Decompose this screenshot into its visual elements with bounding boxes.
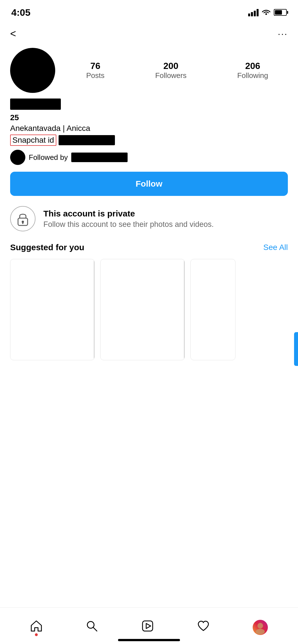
followed-by: Followed by: [10, 150, 288, 165]
nav-profile[interactable]: [253, 620, 268, 635]
snapchat-id-redacted: [59, 135, 115, 145]
private-account-notice: This account is private Follow this acco…: [0, 206, 298, 231]
battery-icon: [274, 9, 287, 16]
bottom-nav: [0, 607, 298, 644]
followers-label: Followers: [155, 71, 186, 80]
scroll-indicator: [294, 332, 298, 366]
home-icon: [30, 620, 43, 635]
suggested-card-2[interactable]: [100, 259, 185, 360]
profile-section: 76 Posts 200 Followers 206 Following 25 …: [0, 45, 298, 206]
status-icons: [248, 8, 287, 17]
suggested-header: Suggested for you See All: [0, 243, 298, 252]
svg-rect-5: [143, 621, 153, 631]
status-time: 4:05: [11, 7, 30, 18]
private-subtitle: Follow this account to see their photos …: [43, 220, 214, 229]
signal-bars-icon: [248, 8, 259, 16]
following-label: Following: [237, 71, 268, 80]
followed-name-redacted: [71, 153, 128, 162]
followers-stat[interactable]: 200 Followers: [155, 61, 186, 80]
snapchat-line: Snapchat id: [10, 135, 288, 146]
posts-label: Posts: [86, 71, 104, 80]
followed-by-text: Followed by: [29, 153, 68, 162]
svg-rect-2: [22, 222, 23, 224]
see-all-button[interactable]: See All: [263, 243, 288, 252]
posts-count: 76: [90, 61, 101, 71]
follower-avatar: [10, 150, 25, 165]
search-icon: [86, 620, 98, 635]
status-bar: 4:05: [0, 0, 298, 23]
profile-stats: 76 Posts 200 Followers 206 Following: [66, 61, 288, 80]
svg-line-4: [93, 627, 97, 631]
suggested-card-3[interactable]: [190, 259, 235, 360]
nav-home[interactable]: [30, 620, 43, 635]
private-text-block: This account is private Follow this acco…: [43, 209, 214, 229]
home-active-dot: [35, 633, 38, 636]
age-text: 25: [10, 113, 288, 122]
heart-icon: [197, 620, 210, 635]
lock-circle: [10, 206, 35, 231]
nav-bar: < ···: [0, 23, 298, 45]
content-area: [0, 369, 298, 509]
snapchat-label: Snapchat id: [10, 135, 56, 146]
followers-count: 200: [163, 61, 178, 71]
follow-button[interactable]: Follow: [10, 172, 288, 196]
following-count: 206: [245, 61, 260, 71]
svg-marker-6: [146, 623, 151, 629]
home-indicator: [118, 639, 180, 641]
following-stat[interactable]: 206 Following: [237, 61, 268, 80]
private-title: This account is private: [43, 209, 214, 218]
back-button[interactable]: <: [10, 28, 16, 40]
suggested-title: Suggested for you: [10, 243, 84, 252]
bio-line: Anekantavada | Anicca: [10, 124, 288, 133]
svg-point-7: [257, 623, 263, 629]
wifi-icon: [262, 8, 270, 17]
profile-header: 76 Posts 200 Followers 206 Following: [10, 48, 288, 93]
svg-point-8: [256, 629, 265, 634]
nav-activity[interactable]: [197, 620, 210, 635]
username-redacted: [10, 99, 61, 110]
lock-icon: [16, 211, 29, 226]
nav-reels[interactable]: [141, 620, 154, 635]
suggested-card-1[interactable]: [10, 259, 95, 360]
more-options-button[interactable]: ···: [278, 29, 288, 39]
reels-icon: [141, 620, 154, 635]
profile-avatar-nav: [253, 620, 268, 635]
avatar[interactable]: [10, 48, 55, 93]
nav-search[interactable]: [86, 620, 98, 635]
suggested-cards: [0, 259, 298, 360]
posts-stat[interactable]: 76 Posts: [86, 61, 104, 80]
